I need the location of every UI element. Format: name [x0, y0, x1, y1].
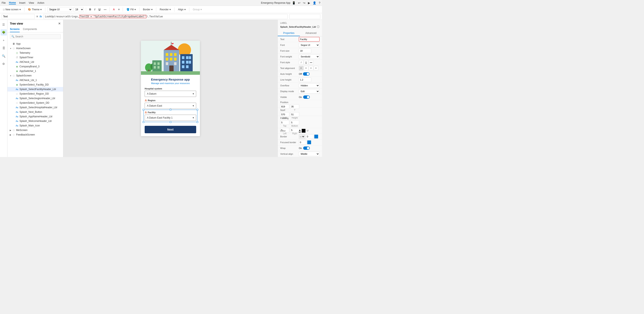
- tree-item-appswitcher[interactable]: ⊞ AppSwitcher_1: [8, 69, 63, 73]
- tree-item-next-btn[interactable]: Aa Splash_Next_Button: [8, 110, 63, 114]
- group-button[interactable]: Group ▾: [192, 7, 203, 11]
- search-input[interactable]: [14, 34, 59, 39]
- align-justify-btn[interactable]: ≡: [314, 66, 318, 70]
- tree-item-app[interactable]: 🖥 App: [8, 41, 63, 46]
- handle-bm[interactable]: [170, 121, 171, 123]
- properties-tab[interactable]: Properties: [278, 30, 300, 36]
- tree-item-splashscreen[interactable]: ▾ □ SplashScreen: [8, 73, 63, 78]
- border-button[interactable]: Border ▾: [142, 7, 154, 11]
- data-icon[interactable]: 🗄: [0, 45, 7, 51]
- displaymode-prop-select[interactable]: Edit: [299, 89, 320, 94]
- next-button[interactable]: Next: [145, 126, 196, 133]
- align-center-btn[interactable]: ≡: [304, 66, 308, 70]
- menu-action[interactable]: Action: [38, 1, 44, 4]
- wrap-toggle-switch[interactable]: [303, 147, 310, 150]
- handle-tr[interactable]: [196, 109, 198, 111]
- fx-button[interactable]: fx: [40, 15, 42, 18]
- handle-br[interactable]: [196, 121, 198, 123]
- help-icon[interactable]: ?: [319, 1, 320, 4]
- font-size-select[interactable]: 18: [74, 7, 84, 12]
- lineheight-prop-input[interactable]: [299, 77, 311, 82]
- tree-item-main-icon[interactable]: Aa Splash_Main_Icon: [8, 123, 63, 128]
- tab-components[interactable]: Components: [23, 26, 37, 32]
- border-color-swatch[interactable]: [314, 135, 318, 139]
- tree-item-system-dd[interactable]: □ SystemSelect_System_DD: [8, 101, 63, 105]
- padding-top-input[interactable]: [280, 120, 289, 125]
- facility-dropdown[interactable]: A Datum East Facility 1 ▾: [145, 115, 196, 121]
- strikethrough-style-btn[interactable]: —: [309, 60, 313, 65]
- handle-tm[interactable]: [170, 109, 171, 111]
- tree-item-telemetry[interactable]: ⬡ Telemetry: [8, 51, 63, 55]
- play-icon[interactable]: ▶: [308, 1, 310, 4]
- align-button[interactable]: ≡: [117, 7, 121, 11]
- new-screen-button[interactable]: □ New screen ▾: [2, 7, 22, 11]
- formula-end-input[interactable]: [289, 14, 320, 19]
- search-rail-icon[interactable]: 🔍: [0, 53, 7, 59]
- tree-item-region-dd[interactable]: □ SystemSelect_Region_DD: [8, 92, 63, 96]
- menu-view[interactable]: View: [29, 1, 34, 4]
- handle-bl[interactable]: [142, 121, 144, 123]
- color-reset-icon[interactable]: ↺: [306, 129, 308, 132]
- settings-icon[interactable]: ⚙: [0, 61, 7, 67]
- tree-item-welcome-lbl[interactable]: Aa Splash_WelcomeHeader_Lbl: [8, 119, 63, 123]
- theme-button[interactable]: 🎨 Theme ▾: [26, 7, 43, 11]
- align-left-btn[interactable]: ≡: [299, 66, 304, 70]
- visible-toggle-switch[interactable]: [303, 95, 310, 99]
- hospital-system-dropdown[interactable]: A Datum ▾: [145, 91, 196, 97]
- undo-icon[interactable]: ↩: [298, 1, 300, 4]
- tree-item-splashtimer[interactable]: ⏱ SplashTimer: [8, 55, 63, 60]
- help-prop-icon[interactable]: ⓘ: [317, 25, 320, 29]
- underline-style-btn[interactable]: U: [304, 60, 308, 65]
- advanced-tab[interactable]: Advanced: [300, 30, 322, 36]
- menu-home[interactable]: Home: [9, 1, 16, 4]
- tree-item-splash-facility-lbl[interactable]: Aa Splash_SelectFacilityHeader_Lbl •••: [8, 87, 63, 92]
- menu-file[interactable]: File: [2, 1, 6, 4]
- border-style-select[interactable]: —: [299, 134, 305, 139]
- hamburger-icon[interactable]: ☰: [0, 21, 7, 28]
- add-icon[interactable]: +: [0, 37, 7, 43]
- autoheight-toggle-switch[interactable]: [303, 72, 310, 76]
- italic-style-btn[interactable]: I: [299, 60, 304, 65]
- underline-button[interactable]: U: [98, 7, 102, 11]
- italic-button[interactable]: I: [93, 7, 96, 11]
- align-right-btn[interactable]: ≡: [309, 66, 313, 70]
- phone-icon[interactable]: 📱: [292, 1, 296, 4]
- tree-item-appname-lbl[interactable]: Aa Splash_AppNameHeader_Lbl: [8, 114, 63, 119]
- formula-input[interactable]: LookUp(resourceStrings, TextID = "Splash…: [44, 14, 288, 19]
- tree-item-facility-dd[interactable]: ⊞ SystemSelect_Facility_DD: [8, 82, 63, 87]
- treeview-icon[interactable]: 🌳: [0, 29, 7, 35]
- tree-item-companybrand[interactable]: ⊞ CompanyBrand_3: [8, 64, 63, 69]
- redo-icon[interactable]: ↪: [303, 1, 306, 4]
- strikethrough-button[interactable]: —: [103, 7, 108, 11]
- color-swatch[interactable]: [302, 129, 306, 133]
- fontsize-prop-input[interactable]: [299, 48, 311, 53]
- tree-item-altcheck1[interactable]: Aa AltCheck_Lbi_1: [8, 78, 63, 82]
- align-objects-button[interactable]: Align ▾: [176, 7, 187, 11]
- focused-border-input[interactable]: [299, 140, 306, 145]
- reorder-button[interactable]: Reorder ▾: [158, 7, 172, 11]
- handle-tl[interactable]: [142, 109, 144, 111]
- tree-item-homescreen[interactable]: ▾ □ HomeScreen: [8, 46, 63, 51]
- font-select[interactable]: Segoe UI: [48, 7, 72, 12]
- text-color-button[interactable]: A: [112, 7, 116, 11]
- tree-item-feedbackscreen[interactable]: ▶ □ FeedbackScreen: [8, 133, 63, 137]
- tree-item-hospital-lbl[interactable]: Aa Splash_SelectHospitalHeader_Lbl: [8, 105, 63, 110]
- tree-item-altcheck[interactable]: Aa AltCheck_Lbl: [8, 60, 63, 64]
- border-width-input[interactable]: [306, 134, 313, 139]
- vertical-align-select[interactable]: Middle: [299, 152, 320, 156]
- focused-border-swatch[interactable]: [307, 140, 311, 145]
- close-sidebar-icon[interactable]: ✕: [58, 22, 61, 25]
- menu-insert[interactable]: Insert: [19, 1, 26, 4]
- user-icon[interactable]: 👤: [313, 1, 316, 4]
- padding-bottom-input[interactable]: [290, 120, 299, 125]
- fill-button[interactable]: 🪣 Fill ▾: [125, 7, 137, 11]
- tree-item-mescreen[interactable]: ▶ □ MeScreen: [8, 128, 63, 133]
- fontweight-prop-select[interactable]: Semibold: [299, 54, 320, 59]
- overflow-prop-select[interactable]: Hidden: [299, 83, 320, 88]
- tree-item-region-lbl[interactable]: Aa Splash_SelectregionHeader_Lbl: [8, 96, 63, 101]
- bold-button[interactable]: B: [88, 7, 92, 11]
- font-prop-select[interactable]: Segoe UI: [299, 43, 320, 47]
- region-dropdown[interactable]: A Datum East ▾: [145, 103, 196, 109]
- text-prop-input[interactable]: [299, 37, 320, 41]
- property-selector[interactable]: [2, 14, 35, 19]
